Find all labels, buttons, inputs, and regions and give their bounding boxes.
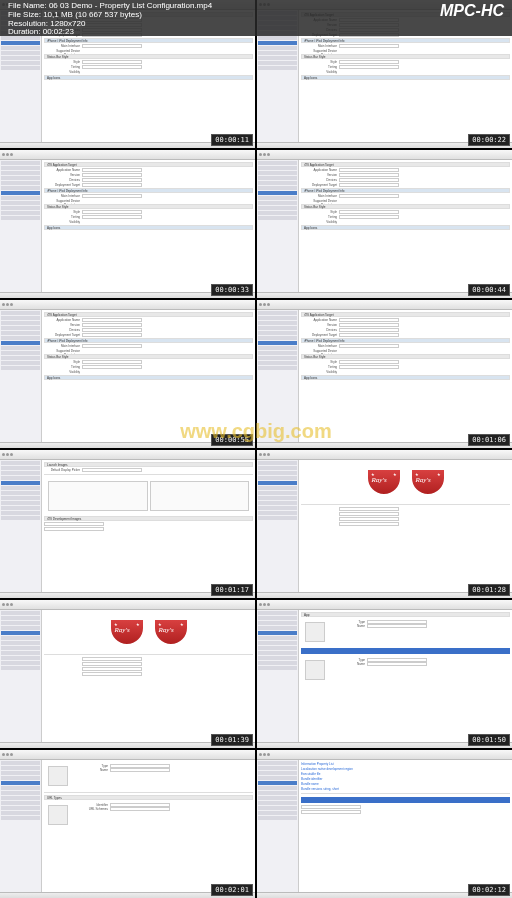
selected-plist-row[interactable] — [301, 797, 510, 803]
thumbnail-tile[interactable]: App Type Name Type Name — [257, 600, 512, 748]
form-label-main: Main Interface — [44, 44, 80, 48]
app-icons-preview: ★★ ★★ — [44, 612, 253, 652]
thumbnail-tile[interactable]: ★★ ★★ 00:01:39 — [0, 600, 255, 748]
timecode-label: 00:00:22 — [468, 134, 510, 146]
rays-logo-icon: ★★ — [366, 468, 402, 496]
image-well[interactable] — [150, 481, 250, 511]
image-placeholder-icon[interactable] — [305, 660, 325, 680]
url-types-section: URL Types — [44, 795, 253, 800]
url-schemes-label: URL Schemes — [72, 807, 108, 811]
timecode-label: 00:00:33 — [211, 284, 253, 296]
rays-logo-icon: ★★ — [153, 618, 189, 646]
thumbnail-tile[interactable]: Type Name URL Types Identifier URL Schem… — [0, 750, 255, 898]
timecode-label: 00:01:50 — [468, 734, 510, 746]
form-label-name: Name — [329, 624, 365, 628]
plist-key[interactable]: Executable file — [301, 772, 321, 776]
thumbnail-tile[interactable]: Information Property List Localization n… — [257, 750, 512, 898]
section-ipod: iPhone / iPod Deployment Info — [44, 38, 253, 43]
timecode-label: 00:02:01 — [211, 884, 253, 896]
timecode-label: 00:01:39 — [211, 734, 253, 746]
launch-images-section: Launch Images — [44, 462, 253, 467]
plist-key[interactable]: Localization native development region — [301, 767, 353, 771]
form-label-style: Style — [44, 60, 80, 64]
form-field-style[interactable] — [82, 60, 142, 64]
thumbnail-tile[interactable]: iOS Application Target Application Name … — [257, 300, 512, 448]
plist-key[interactable]: Bundle versions string, short — [301, 787, 339, 791]
timecode-label: 00:00:55 — [211, 434, 253, 446]
plist-key[interactable]: Information Property List — [301, 762, 334, 766]
file-size-label: File Size: — [8, 10, 41, 19]
timecode-label: 00:01:06 — [468, 434, 510, 446]
thumbnail-tile[interactable]: ★★ ★★ 00:01:28 — [257, 450, 512, 598]
thumbnail-tile[interactable]: iOS Application Target Application Name … — [257, 150, 512, 298]
form-field-tint[interactable] — [82, 65, 142, 69]
thumbnail-grid: iOS Application Target Application Name … — [0, 0, 512, 898]
timecode-label: 00:01:28 — [468, 584, 510, 596]
file-name-value: 06 03 Demo - Property List Configuration… — [49, 1, 212, 10]
plist-key[interactable]: Bundle name — [301, 782, 319, 786]
thumbnail-tile[interactable]: iOS Application Target Application Name … — [0, 150, 255, 298]
resolution-label: Resolution: — [8, 19, 48, 28]
resolution-value: 1280x720 — [50, 19, 85, 28]
image-placeholder-icon[interactable] — [305, 622, 325, 642]
video-info-overlay: File Name: 06 03 Demo - Property List Co… — [0, 0, 512, 36]
section-status-bar: Status Bar Style — [44, 54, 253, 59]
timecode-label: 00:00:11 — [211, 134, 253, 146]
section-app-icons: App Icons — [44, 75, 253, 80]
rays-logo-icon: ★★ — [109, 618, 145, 646]
form-label-orient: Supported Device Orientations — [44, 49, 80, 53]
thumbnail-tile[interactable]: iOS Application Target Application Name … — [0, 300, 255, 448]
selection-bar[interactable] — [301, 648, 510, 654]
timecode-label: 00:00:44 — [468, 284, 510, 296]
image-well[interactable] — [48, 481, 148, 511]
form-label-vis: Visibility — [44, 70, 80, 74]
duration-value: 00:02:23 — [43, 27, 74, 36]
section-app: App — [301, 612, 510, 617]
form-field-main[interactable] — [82, 44, 142, 48]
rays-logo-icon: ★★ — [410, 468, 446, 496]
sidebar-item-selected[interactable] — [1, 41, 40, 45]
form-label-tint: Tinting — [44, 65, 80, 69]
thumbnail-tile[interactable]: Launch Images Default Display Picker iOS… — [0, 450, 255, 598]
timecode-label: 00:02:12 — [468, 884, 510, 896]
image-placeholder-icon[interactable] — [48, 766, 68, 786]
duration-label: Duration: — [8, 27, 40, 36]
plist-key[interactable]: Bundle identifier — [301, 777, 323, 781]
app-icons-preview: ★★ ★★ — [301, 462, 510, 502]
app-name: MPC-HC — [440, 2, 504, 34]
url-icon-placeholder[interactable] — [48, 805, 68, 825]
file-size-value: 10,1 MB (10 667 537 bytes) — [43, 10, 142, 19]
sidebar-item-selected[interactable] — [258, 41, 297, 45]
file-name-label: File Name: — [8, 1, 47, 10]
timecode-label: 00:01:17 — [211, 584, 253, 596]
